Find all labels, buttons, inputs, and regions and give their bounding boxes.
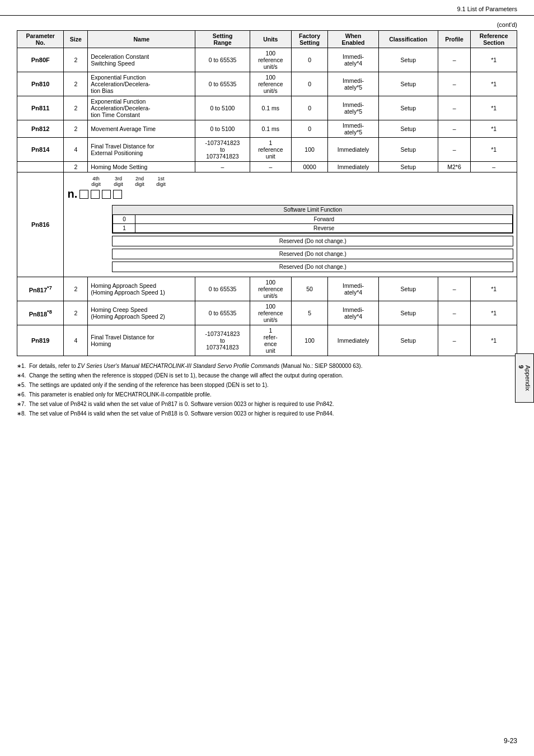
param-no: Pn818*8 [17, 301, 64, 325]
units: 0.1 ms [250, 120, 291, 138]
col-class: Classification [378, 31, 438, 48]
profile: – [438, 138, 470, 162]
size: 2 [64, 162, 88, 172]
profile: – [438, 325, 470, 356]
detail-row: 0 Forward [113, 215, 513, 224]
ref-section: *1 [471, 301, 517, 325]
digit-box-2 [102, 190, 111, 199]
range: 0 to 5100 [195, 120, 250, 138]
table-row: Pn812 2 Movement Average Time 0 to 5100 … [17, 120, 517, 138]
table-row: Pn814 4 Final Travel Distance forExterna… [17, 138, 517, 162]
when-enabled: Immedi-ately*5 [328, 96, 378, 120]
digit-2nd-label: 2nddigit [129, 176, 150, 187]
profile: – [438, 120, 470, 138]
ref-section: *1 [471, 277, 517, 301]
footnote-4: ∗4. Change the setting when the referenc… [17, 371, 517, 380]
pn816-diagram: 4thdigit 3rddigit 2nddigit 1stdigit n. [67, 176, 513, 272]
range: – [195, 162, 250, 172]
footnote-text: For details, refer to ΣV Series User's M… [29, 363, 363, 369]
param-no: Pn816 [17, 172, 64, 277]
ref-section: *1 [471, 72, 517, 96]
footnote-text: This parameter is enabled only for MECHA… [29, 391, 212, 398]
units: 0.1 ms [250, 96, 291, 120]
table-row: Pn818*8 2 Homing Creep Speed(Homing Appr… [17, 301, 517, 325]
param-name: Final Travel Distance forExternal Positi… [88, 138, 195, 162]
table-row: 2 Homing Mode Setting – – 0000 Immediate… [17, 162, 517, 172]
classification: Setup [378, 138, 438, 162]
profile: – [438, 96, 470, 120]
digit-3rd-label: 3rddigit [107, 176, 129, 187]
footnote-text: The set value of Pn844 is valid when the… [29, 410, 334, 417]
footnote-marker: ∗1. [17, 363, 29, 369]
desc-forward: Forward [135, 215, 513, 224]
contd-label: (cont'd) [17, 21, 517, 28]
factory: 0 [291, 48, 327, 72]
classification: Setup [378, 301, 438, 325]
classification: Setup [378, 120, 438, 138]
factory: 100 [291, 138, 327, 162]
size: 2 [64, 301, 88, 325]
range: 0 to 65535 [195, 277, 250, 301]
size: 2 [64, 72, 88, 96]
col-range: SettingRange [195, 31, 250, 48]
units: 100referenceunit/s [250, 48, 291, 72]
param-no: Pn814 [17, 138, 64, 162]
footnote-8: ∗8. The set value of Pn844 is valid when… [17, 409, 517, 418]
footnote-marker: ∗6. [17, 391, 29, 398]
when-enabled: Immedi-ately*5 [328, 120, 378, 138]
factory: 0 [291, 120, 327, 138]
param-name: Exponential FunctionAcceleration/Deceler… [88, 96, 195, 120]
units: – [250, 162, 291, 172]
when-enabled: Immediately [328, 162, 378, 172]
size: 2 [64, 48, 88, 72]
param-name: Movement Average Time [88, 120, 195, 138]
footnote-marker: ∗8. [17, 410, 29, 417]
units: 100referenceunit/s [250, 72, 291, 96]
param-name: Homing Creep Speed(Homing Approach Speed… [88, 301, 195, 325]
table-row: Pn819 4 Final Travel Distance forHoming … [17, 325, 517, 356]
footnote-marker: ∗5. [17, 382, 29, 388]
size: 2 [64, 277, 88, 301]
profile: – [438, 72, 470, 96]
ref-section: *1 [471, 48, 517, 72]
col-units: Units [250, 31, 291, 48]
pn816-detail-cell: 4thdigit 3rddigit 2nddigit 1stdigit n. [64, 172, 517, 277]
range: -1073741823to1073741823 [195, 325, 250, 356]
digit-4th-label: 4thdigit [84, 176, 107, 187]
range: 0 to 5100 [195, 96, 250, 120]
param-no: Pn812 [17, 120, 64, 138]
detail-row: 1 Reverse [113, 224, 513, 233]
factory: 5 [291, 301, 327, 325]
size: 4 [64, 325, 88, 356]
ref-section: – [471, 162, 517, 172]
param-name: Deceleration ConstantSwitching Speed [88, 48, 195, 72]
reserved-row-2: Reserved (Do not change.) [112, 249, 513, 259]
ref-section: *1 [471, 138, 517, 162]
code-0: 0 [113, 215, 135, 224]
when-enabled: Immedi-ately*4 [328, 277, 378, 301]
units: 100referenceunit/s [250, 277, 291, 301]
classification: Setup [378, 162, 438, 172]
tab-number: 9 [518, 365, 524, 368]
param-name: Final Travel Distance forHoming [88, 325, 195, 356]
size: 2 [64, 96, 88, 120]
param-no [17, 162, 64, 172]
profile: – [438, 277, 470, 301]
factory: 0 [291, 96, 327, 120]
param-no: Pn819 [17, 325, 64, 356]
range: 0 to 65535 [195, 301, 250, 325]
param-no: Pn811 [17, 96, 64, 120]
classification: Setup [378, 48, 438, 72]
footnotes: ∗1. For details, refer to ΣV Series User… [17, 362, 517, 418]
when-enabled: Immedi-ately*4 [328, 48, 378, 72]
classification: Setup [378, 96, 438, 120]
param-name: Homing Approach Speed(Homing Approach Sp… [88, 277, 195, 301]
classification: Setup [378, 325, 438, 356]
param-no: Pn80F [17, 48, 64, 72]
param-no: Pn810 [17, 72, 64, 96]
profile: – [438, 301, 470, 325]
range: 0 to 65535 [195, 72, 250, 96]
when-enabled: Immedi-ately*5 [328, 72, 378, 96]
units: 1refer-enceunit [250, 325, 291, 356]
pn816-row: Pn816 4thdigit 3rddigit 2nddigit 1stdigi… [17, 172, 517, 277]
